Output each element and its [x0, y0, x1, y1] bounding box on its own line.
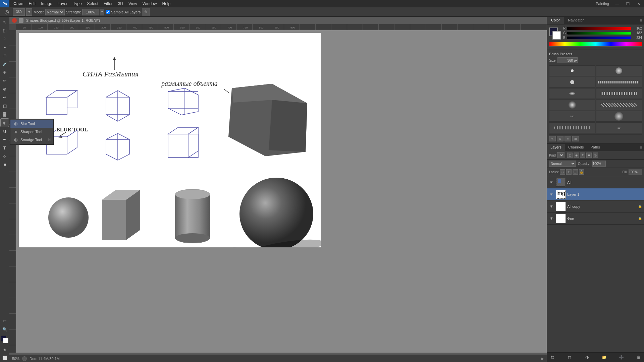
- layer-row-copy[interactable]: 👁 All copy 🔒: [547, 200, 644, 213]
- crop-tool-btn[interactable]: ⊞: [1, 52, 9, 60]
- layer-new-btn[interactable]: ➕: [618, 354, 625, 361]
- blur-tool-icon[interactable]: ◎: [2, 7, 11, 17]
- lock-artboard-btn[interactable]: ◫: [573, 169, 578, 175]
- status-arrow[interactable]: ▶: [541, 356, 544, 361]
- r-slider[interactable]: [567, 27, 631, 30]
- lock-pixels-btn[interactable]: ⬚: [560, 169, 565, 175]
- brush-preset-6[interactable]: [596, 88, 642, 99]
- doc-restore-btn[interactable]: [19, 18, 23, 23]
- layer-eye-bg[interactable]: 👁: [549, 216, 554, 221]
- mode-select[interactable]: Normal: [45, 9, 65, 15]
- fill-input[interactable]: [629, 169, 642, 175]
- layer-adj-btn[interactable]: ◑: [584, 354, 590, 361]
- layer-mask-btn[interactable]: ◻: [566, 354, 573, 361]
- menu-view[interactable]: View: [126, 1, 140, 7]
- brush-size-input[interactable]: [557, 57, 578, 63]
- layer-row-all[interactable]: 👁 All: [547, 176, 644, 188]
- menu-edit[interactable]: Edit: [26, 1, 39, 7]
- brush-preset-7[interactable]: [549, 100, 595, 110]
- layers-kind-select[interactable]: [557, 152, 565, 158]
- panel-options-btn[interactable]: ≡: [638, 17, 644, 24]
- menu-layer[interactable]: Layer: [55, 1, 70, 7]
- color-spectrum[interactable]: [549, 42, 642, 47]
- layer-eye-copy[interactable]: 👁: [549, 204, 554, 209]
- layers-options-btn[interactable]: ≡: [638, 144, 644, 151]
- angle-stepper[interactable]: ▼: [26, 8, 32, 16]
- menu-image[interactable]: Image: [38, 1, 55, 7]
- menu-3d[interactable]: 3D: [115, 1, 126, 7]
- screen-mode-btn[interactable]: ⬜: [1, 354, 9, 362]
- layers-tab[interactable]: Layers: [547, 144, 565, 151]
- lasso-tool-btn[interactable]: ⌇: [1, 35, 9, 43]
- restore-button[interactable]: ❐: [623, 0, 633, 7]
- brush-preset-9[interactable]: 145: [549, 111, 595, 122]
- layer-row-bg[interactable]: 👁 Фон 🔒: [547, 213, 644, 225]
- stamp-tool-btn[interactable]: ⊕: [1, 85, 9, 93]
- color-tab[interactable]: Color: [547, 17, 564, 24]
- brush-preset-5[interactable]: [549, 88, 595, 99]
- filter-type-btn[interactable]: T: [580, 153, 585, 158]
- background-swatch[interactable]: [552, 31, 561, 40]
- brush-tool-btn[interactable]: ✏: [1, 77, 9, 85]
- menu-file[interactable]: Файл: [11, 1, 26, 7]
- quick-mask-btn[interactable]: ◈: [1, 346, 9, 354]
- foreground-bg-colors[interactable]: [1, 336, 8, 343]
- close-button[interactable]: ✕: [633, 0, 644, 7]
- layer-fx-btn[interactable]: fx: [549, 354, 556, 361]
- lock-pos-btn[interactable]: ✛: [566, 169, 572, 175]
- preset-btn-1[interactable]: ✎: [549, 136, 556, 141]
- preset-btn-2[interactable]: ⊕: [557, 136, 564, 141]
- main-canvas[interactable]: СИЛА РазМытия размытые объекта BLUR TOOL: [19, 33, 321, 247]
- brush-preset-10[interactable]: [596, 111, 642, 122]
- smudge-tool-popup-item[interactable]: ◎ Smudge Tool N: [10, 136, 53, 144]
- status-icon[interactable]: [22, 356, 27, 361]
- menu-select[interactable]: Select: [85, 1, 101, 7]
- layer-group-btn[interactable]: 📁: [601, 354, 607, 361]
- minimize-button[interactable]: —: [612, 0, 623, 7]
- brush-preset-12[interactable]: 19: [596, 122, 642, 133]
- filter-pixel-btn[interactable]: ◻: [567, 153, 573, 158]
- quick-select-tool-btn[interactable]: ✦: [1, 43, 9, 51]
- sample-all-checkbox[interactable]: [106, 10, 110, 14]
- sharpen-tool-popup-item[interactable]: ◈ Sharpen Tool: [10, 128, 53, 136]
- blur-tool-btn[interactable]: ◎ ▾: [1, 119, 9, 127]
- brush-preset-3[interactable]: [549, 77, 595, 87]
- shape-tool-btn[interactable]: ■: [1, 161, 9, 169]
- canvas-container[interactable]: СИЛА РазМытия размытые объекта BLUR TOOL: [16, 30, 547, 353]
- zoom-tool-btn[interactable]: 🔍: [1, 325, 9, 334]
- angle-input[interactable]: 360: [13, 8, 25, 16]
- history-brush-btn[interactable]: ↩: [1, 94, 9, 102]
- brush-preset-11[interactable]: [549, 122, 595, 133]
- blend-mode-select[interactable]: Normal: [549, 161, 576, 167]
- filter-adj-btn[interactable]: ◈: [574, 153, 579, 158]
- g-slider[interactable]: [567, 32, 631, 35]
- gradient-tool-btn[interactable]: ▓: [1, 110, 9, 118]
- brush-preset-8[interactable]: [596, 100, 642, 110]
- hand-tool-btn[interactable]: ☞: [1, 317, 9, 325]
- dodge-tool-btn[interactable]: ◑: [1, 127, 9, 135]
- preset-btn-4[interactable]: ⊞: [572, 136, 579, 141]
- doc-close-btn[interactable]: [12, 18, 17, 23]
- layer-row-1[interactable]: 👁 img') center/cover;"> Layer 1: [547, 188, 644, 200]
- blur-tool-popup-item[interactable]: ◎ Blur Tool: [10, 120, 53, 128]
- b-slider[interactable]: [567, 37, 631, 39]
- healing-tool-btn[interactable]: ✙: [1, 68, 9, 76]
- brush-preset-1[interactable]: [549, 65, 595, 76]
- eyedropper-tool-btn[interactable]: 💉: [1, 60, 9, 68]
- path-select-btn[interactable]: ⊹: [1, 152, 9, 160]
- layer-delete-btn[interactable]: 🗑: [635, 354, 642, 361]
- pen-tool-btn[interactable]: ✒: [1, 135, 9, 143]
- background-color-swatch[interactable]: [3, 338, 8, 343]
- lock-all-btn[interactable]: 🔒: [579, 169, 584, 175]
- layer-eye-all[interactable]: 👁: [549, 180, 554, 185]
- eraser-tool-btn[interactable]: ◫: [1, 102, 9, 110]
- strength-input[interactable]: [82, 9, 99, 15]
- paths-tab[interactable]: Paths: [587, 144, 603, 151]
- brush-preset-2[interactable]: [596, 65, 642, 76]
- channels-tab[interactable]: Channels: [565, 144, 587, 151]
- strength-stepper[interactable]: ▼: [100, 9, 104, 15]
- layer-eye-1[interactable]: 👁: [549, 192, 554, 197]
- navigator-tab[interactable]: Navigator: [564, 17, 588, 24]
- menu-help[interactable]: Help: [159, 1, 173, 7]
- opacity-input[interactable]: [592, 161, 606, 167]
